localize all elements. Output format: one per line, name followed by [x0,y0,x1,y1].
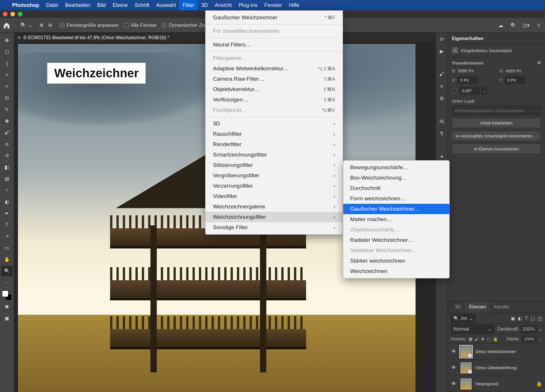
marquee-tool-icon[interactable]: ◻ [1,47,13,57]
blur-shape[interactable]: Form weichzeichnen… [343,193,449,204]
menu-plugins[interactable]: Plug-ins [235,0,261,10]
filter-adaptive-wide[interactable]: Adaptive Weitwinkelkorrektur…⌥⇧⌘A [205,63,343,74]
traffic-max-icon[interactable] [18,12,22,16]
menu-auswahl[interactable]: Auswahl [153,0,179,10]
blend-mode-dropdown[interactable]: Normal⌄ [451,325,494,333]
layer-thumbnail[interactable] [460,378,472,390]
opacity-value[interactable]: 100% [521,325,537,333]
share-icon[interactable]: ⇪ [535,22,542,29]
filter-liquify[interactable]: Verflüssigen…⇧⌘X [205,95,343,105]
menu-filter[interactable]: Filter [179,0,198,10]
zoom-tool-icon[interactable]: 🔍 [1,266,13,276]
filter-smart-icon[interactable]: ◫ [538,316,542,321]
shape-tool-icon[interactable]: ▭ [1,243,13,253]
filter-sub-video[interactable]: Videofilter› [205,191,343,201]
document-tab[interactable]: × © EOR01731-Bearbeitet.tif bei 47,9% (O… [14,33,173,42]
eraser-tool-icon[interactable]: ◧ [1,162,13,172]
convert-linked-button[interactable]: In verknüpftes Smartobjekt konvertieren… [452,131,541,141]
lock-artboard-icon[interactable]: ▢ [487,337,491,341]
blur-box[interactable]: Box-Weichzeichnung… [343,173,449,183]
filter-shape-icon[interactable]: ▢ [531,316,535,321]
brush-settings-icon[interactable]: ≡ [438,83,445,90]
filter-sub-blur[interactable]: Weichzeichnungsfilter› [205,212,343,222]
menu-datei[interactable]: Datei [43,0,62,10]
layer-comp-dropdown[interactable]: Ebenenkomposition nicht anwenden⌄ [452,106,541,115]
filter-type-icon[interactable]: T [525,316,528,321]
zoom-out-icon[interactable]: ⊖ [48,22,52,28]
visibility-icon[interactable]: 👁 [451,365,457,371]
blur-matte[interactable]: Matter machen… [343,214,449,225]
filter-sub-other[interactable]: Sonstige Filter› [205,222,343,233]
filter-image-icon[interactable]: ▣ [511,316,515,321]
blur-more[interactable]: Stärker weichzeichnen [343,256,449,266]
blur-tool-icon[interactable]: ○ [1,185,13,195]
dynamic-zoom-checkbox[interactable]: Dynamischer Zoom [162,22,211,28]
menu-bild[interactable]: Bild [94,0,109,10]
filter-camera-raw[interactable]: Camera Raw-Filter…⇧⌘A [205,74,343,84]
traffic-min-icon[interactable] [10,12,15,16]
dodge-tool-icon[interactable]: ◐ [1,197,13,207]
history-icon[interactable]: ⟳ [438,36,445,43]
filter-sub-distort[interactable]: Verzerrungsfilter› [205,181,343,191]
filter-sub-sharpen[interactable]: Scharfzeichnungsfilter› [205,150,343,160]
layer-thumbnail[interactable] [460,362,472,374]
filter-neural[interactable]: Neural Filters… [205,39,343,50]
convert-layers-button[interactable]: In Ebenen konvertieren [452,144,541,154]
healing-tool-icon[interactable]: ✚ [1,116,13,126]
actions-icon[interactable]: ▶ [438,48,445,55]
blur-radial[interactable]: Radialer Weichzeichner… [343,235,449,245]
layer-name[interactable]: Orton Überbelichtung [476,365,517,370]
filter-lens-correction[interactable]: Objektivkorrektur…⇧⌘R [205,84,343,95]
close-tab-icon[interactable]: × [18,35,20,40]
filter-sub-blur-gallery[interactable]: Weichzeichnergalerie› [205,201,343,212]
tab-channels[interactable]: Kanäle [490,301,513,313]
edit-contents-button[interactable]: Inhalt bearbeiten [452,118,541,128]
history-brush-tool-icon[interactable]: ↺ [1,150,13,161]
width-value[interactable]: 3986 Px [458,68,474,73]
tab-layers[interactable]: Ebenen [465,301,490,313]
blur-basic[interactable]: Weichzeichnen [343,266,449,276]
menu-hilfe[interactable]: Hilfe [285,0,303,10]
eyedropper-tool-icon[interactable]: ✎ [1,104,13,115]
layer-thumbnail[interactable] [460,346,472,358]
fit-window-checkbox[interactable]: Fenstergröße anpassen [60,22,119,28]
lock-brush-icon[interactable]: 🖌 [475,337,479,341]
blur-gaussian[interactable]: Gaußscher Weichzeichner… [343,204,449,214]
x-input[interactable]: 0 Px [458,76,478,84]
reset-icon[interactable]: ↺ [537,60,541,65]
height-value[interactable]: 4983 Px [506,68,521,73]
filter-sub-render[interactable]: Renderfilter› [205,139,343,150]
edit-toolbar-icon[interactable]: ⋯ [1,277,13,288]
brushes-icon[interactable]: 🖌 [438,71,445,78]
character-icon[interactable]: A| [438,118,445,125]
filter-sub-3d[interactable]: 3D› [205,118,343,129]
layer-filter-dropdown[interactable]: 🔍Art⌄ [451,314,476,323]
blur-motion[interactable]: Bewegungsunschärfe… [343,162,449,173]
zoom-in-icon[interactable]: ⊕ [39,22,44,28]
path-tool-icon[interactable]: ↗ [1,231,13,242]
lock-pixels-icon[interactable]: ▩ [469,337,472,341]
lasso-tool-icon[interactable]: ⟆ [1,58,13,69]
brush-tool-icon[interactable]: 🖌 [1,127,13,138]
pen-tool-icon[interactable]: ✒ [1,208,13,218]
y-input[interactable]: 0 Px [505,76,525,84]
color-swatch[interactable] [2,291,12,300]
layer-name[interactable]: Orton Weichzeichner [476,349,516,354]
visibility-icon[interactable]: 👁 [451,349,457,355]
hand-tool-icon[interactable]: ✋ [1,254,13,265]
all-windows-checkbox[interactable]: Alle Fenster [124,22,157,28]
lock-all-icon[interactable]: 🔒 [493,337,498,341]
properties-panel-header[interactable]: Eigenschaften [448,33,545,44]
visibility-icon[interactable]: 👁 [451,381,457,387]
fill-value[interactable]: 100% [522,336,536,342]
tool-preset[interactable]: 🔍⌄ [20,22,32,28]
frame-tool-icon[interactable]: ⊡ [1,93,13,103]
angle-input[interactable]: 0,00° [459,87,480,95]
lock-position-icon[interactable]: ✥ [481,337,484,341]
layer-row[interactable]: 👁 Orton Überbelichtung [448,360,545,376]
home-icon[interactable] [3,22,10,29]
traffic-close-icon[interactable] [3,12,7,16]
filter-sub-noise[interactable]: Rauschfilter› [205,129,343,139]
menu-ebene[interactable]: Ebene [109,0,131,10]
wand-tool-icon[interactable]: ✧ [1,70,13,80]
